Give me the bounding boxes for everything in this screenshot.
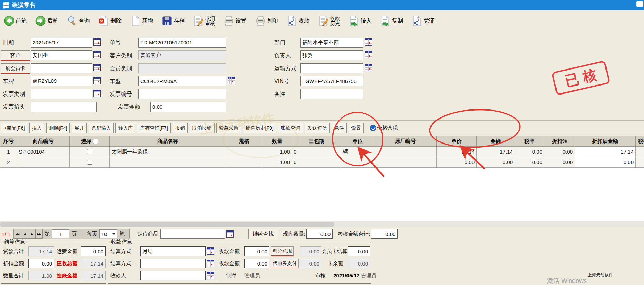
urgent-button[interactable]: 急件 bbox=[332, 123, 347, 133]
customer-input[interactable] bbox=[31, 50, 92, 60]
transfer-warehouse-button[interactable]: 转入库 bbox=[115, 123, 135, 133]
method1-picker-icon[interactable] bbox=[207, 247, 214, 255]
cell-name[interactable] bbox=[110, 157, 226, 168]
row-checkbox[interactable] bbox=[87, 149, 92, 154]
member-card-input[interactable] bbox=[31, 63, 92, 73]
cell-code[interactable] bbox=[17, 157, 70, 168]
toolbar-button-query[interactable]: 查询 bbox=[67, 15, 90, 26]
toolbar-button-save[interactable]: 存档 bbox=[161, 15, 185, 26]
add-item-button[interactable]: +商品[F6] bbox=[1, 123, 27, 133]
toolbar-button-receive-history[interactable]: 收款历史 bbox=[318, 15, 340, 26]
tax-included-checkbox[interactable] bbox=[370, 125, 376, 131]
locate-product-input[interactable] bbox=[160, 229, 225, 239]
invoice-amount-input[interactable] bbox=[150, 102, 226, 112]
payee-input[interactable] bbox=[140, 271, 206, 280]
cell-oem[interactable] bbox=[374, 147, 437, 157]
account-query-button[interactable]: 账款查询 bbox=[278, 123, 303, 133]
member-settle-input[interactable] bbox=[348, 246, 370, 256]
model-picker-icon[interactable] bbox=[228, 77, 235, 84]
voucher-pay-button[interactable]: 代币券支付 bbox=[271, 259, 299, 268]
first-page-button[interactable]: ◀◀ bbox=[14, 229, 21, 239]
payee-picker-icon[interactable] bbox=[207, 272, 214, 279]
continue-search-button[interactable]: 继续查找 bbox=[248, 229, 278, 239]
order-no-input[interactable] bbox=[138, 38, 226, 48]
plate-picker-icon[interactable] bbox=[93, 77, 101, 84]
toolbar-button-voucher[interactable]: 凭证 bbox=[411, 15, 435, 26]
amount2-input[interactable] bbox=[244, 259, 269, 268]
cell-amount[interactable]: 0.00 bbox=[477, 157, 515, 168]
grid-settings-button[interactable]: 设置 bbox=[349, 123, 364, 133]
transport-picker-icon[interactable] bbox=[365, 64, 372, 71]
toolbar-button-next[interactable]: 后笔 bbox=[35, 15, 58, 26]
toolbar-button-prev[interactable]: 前笔 bbox=[3, 15, 27, 26]
cell-qty[interactable]: 1.00 bbox=[262, 157, 292, 168]
cell-price[interactable]: 17.14 bbox=[437, 147, 477, 157]
toolbar-button-settings[interactable]: 设置 bbox=[223, 15, 246, 26]
cell-tax-rate[interactable]: 0.00 bbox=[515, 157, 544, 168]
points-redeem-button[interactable]: 积分兑现 bbox=[271, 246, 294, 256]
cell-tax[interactable] bbox=[636, 157, 644, 168]
vin-input[interactable] bbox=[300, 76, 363, 86]
transport-input[interactable] bbox=[300, 63, 363, 73]
invoice-type-input[interactable] bbox=[31, 89, 92, 99]
toolbar-button-transfer-in[interactable]: 转入 bbox=[348, 15, 371, 26]
page-size-select[interactable]: 10 bbox=[99, 229, 117, 238]
cell-spec[interactable] bbox=[226, 147, 262, 157]
delete-row-button[interactable]: 删除[F4] bbox=[46, 123, 70, 133]
customer-button[interactable]: 客户 bbox=[1, 50, 30, 61]
send-sms-button[interactable]: 发送短信 bbox=[305, 123, 330, 133]
cell-seq[interactable]: 2 bbox=[0, 157, 17, 168]
toolbar-button-delete[interactable]: 删除 bbox=[98, 15, 122, 26]
manager-input[interactable] bbox=[300, 50, 363, 60]
cell-qty[interactable]: 1.00 bbox=[262, 147, 292, 157]
toolbar-button-new[interactable]: 新增 bbox=[130, 15, 153, 26]
freight-input[interactable] bbox=[81, 246, 106, 256]
scrollbar-thumb[interactable] bbox=[0, 222, 334, 227]
select-all-checkbox[interactable] bbox=[93, 139, 98, 144]
date-input[interactable] bbox=[31, 38, 92, 48]
cell-after-discount[interactable]: 0.00 bbox=[575, 157, 636, 168]
method1-input[interactable] bbox=[140, 246, 206, 256]
method2-picker-icon[interactable] bbox=[207, 260, 214, 267]
cell-oem[interactable] bbox=[374, 157, 437, 168]
expand-button[interactable]: 展开 bbox=[72, 123, 87, 133]
prev-page-button[interactable]: ◀ bbox=[21, 229, 28, 239]
cell-unit[interactable]: 辆 bbox=[341, 147, 374, 157]
locate-picker-icon[interactable] bbox=[226, 230, 234, 238]
dept-input[interactable] bbox=[300, 38, 363, 48]
stock-query-button[interactable]: 库存查询[F7] bbox=[137, 123, 170, 133]
cell-price[interactable]: 0.00 bbox=[437, 157, 477, 168]
date-picker-icon[interactable] bbox=[93, 38, 101, 46]
manager-picker-icon[interactable] bbox=[365, 51, 372, 58]
plate-input[interactable] bbox=[31, 76, 92, 86]
last-page-button[interactable]: ▶▶ bbox=[35, 229, 43, 239]
model-input[interactable] bbox=[138, 76, 226, 86]
cell-spec[interactable] bbox=[226, 157, 262, 168]
discount-amount-input[interactable] bbox=[28, 259, 54, 268]
row-checkbox[interactable] bbox=[87, 160, 92, 165]
assess-total-input[interactable] bbox=[371, 229, 398, 239]
toolbar-button-copy[interactable]: 复制 bbox=[380, 15, 403, 26]
cell-warranty[interactable]: 0 bbox=[292, 157, 341, 168]
barcode-input-button[interactable]: 条码输入 bbox=[89, 123, 114, 133]
reimburse-button[interactable]: 报销 bbox=[173, 123, 188, 133]
cell-unit[interactable] bbox=[341, 157, 374, 168]
customer-picker-icon[interactable] bbox=[93, 51, 101, 58]
toolbar-button-cancel-audit[interactable]: 取消审核 bbox=[193, 15, 215, 26]
method2-input[interactable] bbox=[140, 259, 206, 268]
invoice-type-picker-icon[interactable] bbox=[93, 90, 101, 97]
cell-code[interactable]: SP-000104 bbox=[17, 147, 70, 157]
cell-discount[interactable]: 0.00 bbox=[544, 147, 575, 157]
cancel-reimburse-button[interactable]: 取消报销 bbox=[190, 123, 215, 133]
invoice-no-input[interactable] bbox=[138, 89, 226, 99]
cell-tax[interactable] bbox=[636, 147, 644, 157]
toolbar-button-print[interactable]: 列印 bbox=[255, 15, 278, 26]
invoice-title-input[interactable] bbox=[31, 102, 97, 112]
member-card-button[interactable]: 刷会员卡 bbox=[1, 63, 30, 74]
cell-amount[interactable]: 17.14 bbox=[477, 147, 515, 157]
cell-tax-rate[interactable]: 0.00 bbox=[515, 147, 544, 157]
remark-input[interactable] bbox=[300, 89, 363, 99]
dept-picker-icon[interactable] bbox=[365, 38, 372, 46]
cell-warranty[interactable]: 0 bbox=[292, 147, 341, 157]
sales-history-button[interactable]: 销售历史[F9] bbox=[243, 123, 276, 133]
